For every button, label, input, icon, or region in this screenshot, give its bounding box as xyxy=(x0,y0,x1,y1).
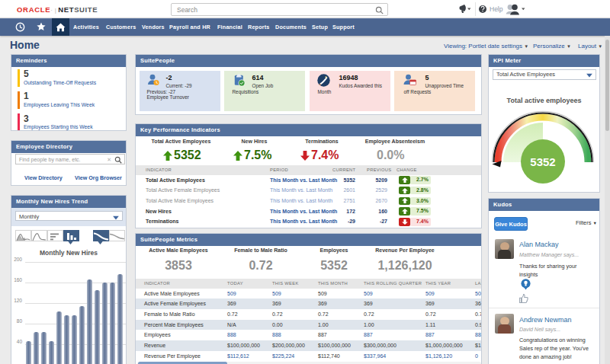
svg-text:Help: Help xyxy=(490,5,503,13)
svg-text:5352: 5352 xyxy=(530,155,555,168)
